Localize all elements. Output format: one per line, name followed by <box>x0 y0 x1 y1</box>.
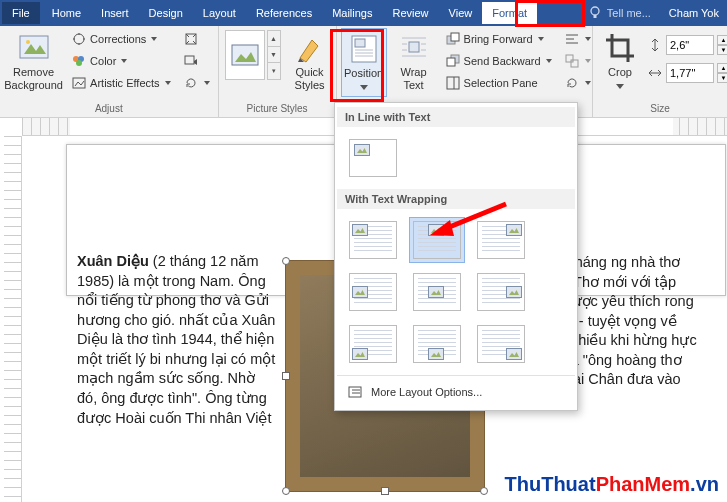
chevron-down-icon <box>204 80 210 86</box>
titlebar: File Home Insert Design Layout Reference… <box>0 0 727 26</box>
height-down[interactable]: ▼ <box>717 45 727 55</box>
tab-format[interactable]: Format <box>482 2 537 24</box>
tab-home[interactable]: Home <box>42 2 91 24</box>
svg-rect-13 <box>355 39 365 47</box>
position-top-left[interactable] <box>345 217 401 263</box>
wrap-text-icon <box>398 32 430 64</box>
height-value[interactable]: 2,6" <box>666 35 714 55</box>
group-icon <box>564 53 580 69</box>
svg-rect-2 <box>20 36 48 58</box>
tab-insert[interactable]: Insert <box>91 2 139 24</box>
align-button[interactable] <box>560 28 595 50</box>
chevron-down-icon <box>616 84 624 89</box>
width-icon <box>647 65 663 81</box>
tab-file[interactable]: File <box>2 2 40 24</box>
remove-background-button[interactable]: Remove Background <box>4 28 63 95</box>
quick-styles-label: Quick Styles <box>295 66 325 91</box>
color-button[interactable]: Color <box>67 50 174 72</box>
tab-design[interactable]: Design <box>139 2 193 24</box>
height-field[interactable]: 2,6" ▲▼ <box>647 34 727 56</box>
svg-rect-28 <box>447 77 459 89</box>
chevron-down-icon <box>360 85 368 90</box>
reset-picture-button[interactable] <box>179 72 214 94</box>
bring-forward-button[interactable]: Bring Forward <box>441 28 556 50</box>
quick-styles-button[interactable]: Quick Styles <box>287 28 333 95</box>
crop-label: Crop <box>608 66 632 91</box>
tab-layout[interactable]: Layout <box>193 2 246 24</box>
gallery-scroll-down[interactable]: ▼ <box>268 47 280 63</box>
menu-header-inline: In Line with Text <box>337 107 575 127</box>
width-value[interactable]: 1,77" <box>666 63 714 83</box>
crop-button[interactable]: Crop <box>597 28 643 95</box>
body-text-left: Xuân Diệu (2 tháng 12 năm 1985) là một t… <box>77 252 277 428</box>
group-adjust-label: Adjust <box>4 101 214 117</box>
wrap-text-button[interactable]: Wrap Text <box>391 28 437 95</box>
position-label: Position <box>344 67 383 92</box>
artistic-effects-button[interactable]: Artistic Effects <box>67 72 174 94</box>
tab-review[interactable]: Review <box>383 2 439 24</box>
position-middle-center[interactable] <box>409 269 465 315</box>
chevron-down-icon <box>585 58 591 64</box>
position-bottom-center[interactable] <box>409 321 465 367</box>
corrections-button[interactable]: Corrections <box>67 28 174 50</box>
svg-point-3 <box>26 40 30 44</box>
bring-forward-label: Bring Forward <box>464 33 533 45</box>
crop-icon <box>604 32 636 64</box>
resize-handle-b[interactable] <box>381 487 389 495</box>
position-bottom-left[interactable] <box>345 321 401 367</box>
position-button[interactable]: Position <box>341 28 387 97</box>
width-up[interactable]: ▲ <box>717 63 727 73</box>
svg-rect-1 <box>593 15 596 18</box>
svg-rect-10 <box>185 56 194 64</box>
svg-rect-17 <box>409 42 419 52</box>
svg-rect-25 <box>451 33 459 41</box>
resize-handle-bl[interactable] <box>282 487 290 495</box>
resize-handle-l[interactable] <box>282 372 290 380</box>
bring-forward-icon <box>445 31 461 47</box>
tab-view[interactable]: View <box>439 2 483 24</box>
tab-references[interactable]: References <box>246 2 322 24</box>
svg-rect-33 <box>566 55 573 62</box>
height-up[interactable]: ▲ <box>717 35 727 45</box>
rotate-button[interactable] <box>560 72 595 94</box>
artistic-effects-icon <box>71 75 87 91</box>
reset-icon <box>183 75 199 91</box>
tab-mailings[interactable]: Mailings <box>322 2 382 24</box>
position-icon <box>348 33 380 65</box>
svg-rect-36 <box>349 387 361 397</box>
position-menu: In Line with Text With Text Wrapping Mor… <box>334 102 578 411</box>
position-top-center[interactable] <box>409 217 465 263</box>
position-inline[interactable] <box>345 135 401 181</box>
gallery-scroll: ▲ ▼ ▾ <box>267 30 281 80</box>
width-field[interactable]: 1,77" ▲▼ <box>647 62 727 84</box>
resize-handle-tl[interactable] <box>282 257 290 265</box>
selection-pane-button[interactable]: Selection Pane <box>441 72 556 94</box>
group-button[interactable] <box>560 50 595 72</box>
vertical-ruler[interactable] <box>4 136 22 502</box>
send-backward-button[interactable]: Send Backward <box>441 50 556 72</box>
height-icon <box>647 37 663 53</box>
position-middle-left[interactable] <box>345 269 401 315</box>
chevron-down-icon <box>165 80 171 86</box>
gallery-scroll-up[interactable]: ▲ <box>268 31 280 47</box>
width-down[interactable]: ▼ <box>717 73 727 83</box>
position-middle-right[interactable] <box>473 269 529 315</box>
position-bottom-right[interactable] <box>473 321 529 367</box>
position-top-right[interactable] <box>473 217 529 263</box>
gallery-more[interactable]: ▾ <box>268 63 280 79</box>
user-name[interactable]: Cham Yok <box>661 7 727 19</box>
send-backward-label: Send Backward <box>464 55 541 67</box>
rotate-icon <box>564 75 580 91</box>
tell-me-search[interactable]: Tell me... <box>577 5 661 21</box>
selection-pane-icon <box>445 75 461 91</box>
group-picture-styles-label: Picture Styles <box>223 101 332 117</box>
picture-styles-gallery[interactable]: ▲ ▼ ▾ <box>223 28 283 82</box>
compress-pictures-button[interactable] <box>179 28 214 50</box>
resize-handle-br[interactable] <box>480 487 488 495</box>
color-icon <box>71 53 87 69</box>
change-picture-button[interactable] <box>179 50 214 72</box>
svg-point-4 <box>74 34 84 44</box>
more-layout-options[interactable]: More Layout Options... <box>337 378 575 406</box>
style-preset-1[interactable] <box>225 30 265 80</box>
wrap-text-label: Wrap Text <box>401 66 427 91</box>
